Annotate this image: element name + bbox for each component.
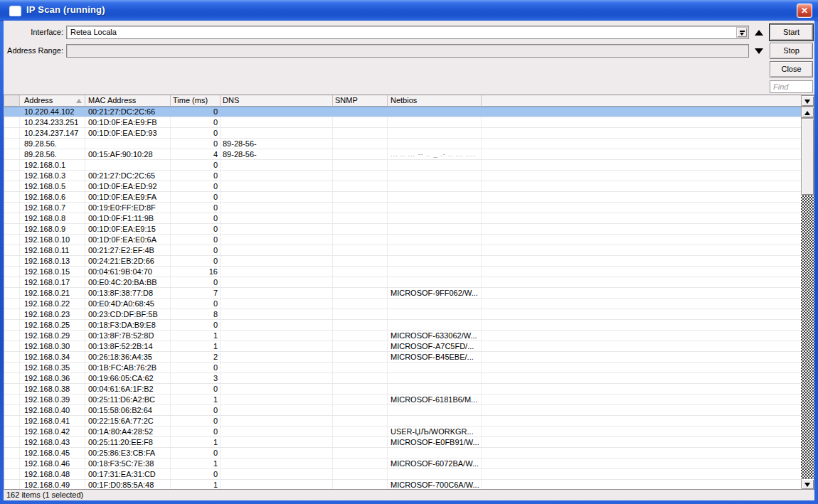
row-mac-address: 00:25:86:E3:CB:FA: [85, 448, 171, 458]
row-netbios: [388, 203, 482, 213]
row-dns: [221, 213, 333, 223]
table-row[interactable]: 192.168.0.1 0: [4, 160, 802, 171]
table-row[interactable]: 89.28.56. 00:15:AF:90:10:28 4 89-28-56- …: [4, 149, 802, 160]
row-flag-cell: [4, 469, 20, 479]
table-row[interactable]: 192.168.0.22 00:E0:4D:A0:68:45 0: [4, 299, 802, 309]
table-row[interactable]: 192.168.0.10 00:1D:0F:EA:E0:6A 0: [4, 235, 802, 245]
row-time-ms: 0: [171, 320, 221, 330]
row-address: 192.168.0.6: [20, 192, 85, 202]
row-snmp: [333, 245, 388, 255]
table-row[interactable]: 192.168.0.21 00:13:8F:38:77:D8 7 MICROSO…: [4, 288, 802, 299]
table-row[interactable]: 192.168.0.8 00:1D:0F:F1:11:9B 0: [4, 213, 802, 224]
header-address[interactable]: Address: [20, 95, 85, 107]
close-button[interactable]: Close: [770, 61, 813, 77]
row-address: 192.168.0.3: [20, 171, 85, 181]
row-netbios: [388, 320, 482, 330]
table-row[interactable]: 192.168.0.3 00:21:27:DC:2C:65 0: [4, 171, 802, 181]
table-row[interactable]: 192.168.0.30 00:13:8F:52:2B:14 1 MICROSO…: [4, 341, 802, 352]
row-dns: [221, 224, 333, 234]
row-flag-cell: [4, 245, 20, 255]
table-row[interactable]: 192.168.0.15 00:04:61:9B:04:70 16: [4, 267, 802, 277]
column-picker-button[interactable]: [801, 95, 814, 107]
row-time-ms: 2: [171, 352, 221, 362]
table-row[interactable]: 192.168.0.11 00:21:27:E2:EF:4B 0: [4, 245, 802, 256]
table-row[interactable]: 192.168.0.46 00:18:F3:5C:7E:38 1 MICROSO…: [4, 459, 802, 469]
table-row[interactable]: 192.168.0.35 00:1B:FC:AB:76:2B 0: [4, 363, 802, 373]
table-row[interactable]: 192.168.0.5 00:1D:0F:EA:ED:92 0: [4, 181, 802, 192]
table-row[interactable]: 192.168.0.41 00:22:15:6A:77:2C 0: [4, 416, 802, 427]
table-row[interactable]: 192.168.0.9 00:1D:0F:EA:E9:15 0: [4, 224, 802, 235]
table-row[interactable]: 192.168.0.39 00:25:11:D6:A2:BC 1 MICROSO…: [4, 395, 802, 405]
header-flag-column[interactable]: [4, 95, 20, 107]
row-dns: [221, 203, 333, 213]
address-range-field[interactable]: [66, 44, 749, 58]
header-time-ms[interactable]: Time (ms): [171, 95, 221, 107]
table-row[interactable]: 192.168.0.34 00:26:18:36:A4:35 2 MICROSO…: [4, 352, 802, 363]
table-row[interactable]: 10.234.233.251 00:1D:0F:EA:E9:FB 0: [4, 117, 802, 128]
table-row[interactable]: 192.168.0.48 00:17:31:EA:31:CD 0: [4, 469, 802, 480]
scrollbar-down-icon: [804, 483, 810, 487]
row-filler: [482, 395, 802, 404]
table-row[interactable]: 192.168.0.13 00:24:21:EB:2D:66 0: [4, 256, 802, 267]
table-row[interactable]: 192.168.0.40 00:15:58:06:B2:64 0: [4, 405, 802, 416]
row-snmp: [333, 373, 388, 383]
close-icon: ✕: [801, 6, 808, 16]
table-row[interactable]: 10.220.44.102 00:21:27:DC:2C:66 0: [4, 107, 802, 117]
table-row[interactable]: 192.168.0.45 00:25:86:E3:CB:FA 0: [4, 448, 802, 459]
row-flag-cell: [4, 416, 20, 426]
scrollbar-track[interactable]: [801, 195, 814, 478]
row-snmp: [333, 128, 388, 138]
row-address: 192.168.0.45: [20, 448, 85, 458]
vertical-scrollbar[interactable]: [801, 95, 814, 490]
table-row[interactable]: 192.168.0.43 00:25:11:20:EE:F8 1 MICROSO…: [4, 437, 802, 448]
row-mac-address: 00:1D:0F:EA:ED:92: [85, 181, 171, 191]
table-row[interactable]: 192.168.0.42 00:1A:80:A4:28:52 0 USER-ЏЉ…: [4, 427, 802, 437]
scroll-up-arrow-icon[interactable]: [755, 30, 763, 36]
header-dns[interactable]: DNS: [221, 95, 333, 107]
row-flag-cell: [4, 363, 20, 372]
row-address: 192.168.0.30: [20, 341, 85, 351]
table-row[interactable]: 192.168.0.23 00:23:CD:DF:BF:5B 8: [4, 309, 802, 320]
row-time-ms: 1: [171, 437, 221, 447]
row-mac-address: 00:1D:0F:EA:ED:93: [85, 128, 171, 138]
row-time-ms: 0: [171, 427, 221, 436]
row-dns: [221, 181, 333, 191]
table-row[interactable]: 192.168.0.17 00:E0:4C:20:BA:BB 0: [4, 277, 802, 288]
close-window-button[interactable]: ✕: [797, 4, 812, 18]
start-button[interactable]: Start: [770, 24, 813, 41]
find-input[interactable]: [770, 80, 813, 93]
scrollbar-thumb[interactable]: [801, 118, 814, 195]
row-time-ms: 0: [171, 416, 221, 426]
row-address: 192.168.0.11: [20, 245, 85, 255]
row-flag-cell: [4, 117, 20, 127]
row-netbios: ... .. ... -- .. _ .- .. ... ....: [388, 149, 482, 159]
interface-dropdown-button[interactable]: [736, 27, 748, 38]
table-row[interactable]: 192.168.0.25 00:18:F3:DA:B9:E8 0: [4, 320, 802, 331]
row-dns: [221, 320, 333, 330]
row-snmp: [333, 277, 388, 287]
table-row[interactable]: 10.234.237.147 00:1D:0F:EA:ED:93 0: [4, 128, 802, 139]
scroll-down-arrow-icon[interactable]: [755, 48, 763, 54]
table-row[interactable]: 192.168.0.38 00:04:61:6A:1F:B2 0: [4, 384, 802, 395]
header-mac-address[interactable]: MAC Address: [85, 95, 171, 107]
table-row[interactable]: 192.168.0.6 00:1D:0F:EA:E9:FA 0: [4, 192, 802, 203]
row-filler: [482, 341, 802, 351]
row-netbios: [388, 171, 482, 181]
title-bar[interactable]: IP Scan (running) ✕: [0, 0, 818, 21]
table-row[interactable]: 192.168.0.7 00:19:E0:FF:ED:8F 0: [4, 203, 802, 213]
stop-button[interactable]: Stop: [770, 43, 813, 59]
table-row[interactable]: 89.28.56. 0 89-28-56-: [4, 139, 802, 149]
row-address: 192.168.0.49: [20, 480, 85, 490]
header-netbios[interactable]: Netbios: [388, 95, 482, 107]
table-row[interactable]: 192.168.0.36 00:19:66:05:CA:62 3: [4, 373, 802, 384]
header-snmp[interactable]: SNMP: [333, 95, 388, 107]
row-address: 192.168.0.38: [20, 384, 85, 394]
table-row[interactable]: 192.168.0.29 00:13:8F:7B:52:8D 1 MICROSO…: [4, 331, 802, 341]
row-dns: [221, 171, 333, 181]
scrollbar-up-button[interactable]: [801, 107, 814, 118]
row-address: 89.28.56.: [20, 139, 85, 149]
row-dns: [221, 288, 333, 298]
scrollbar-down-button[interactable]: [801, 478, 814, 490]
interface-combobox[interactable]: Retea Locala: [66, 26, 749, 39]
row-time-ms: 0: [171, 277, 221, 287]
